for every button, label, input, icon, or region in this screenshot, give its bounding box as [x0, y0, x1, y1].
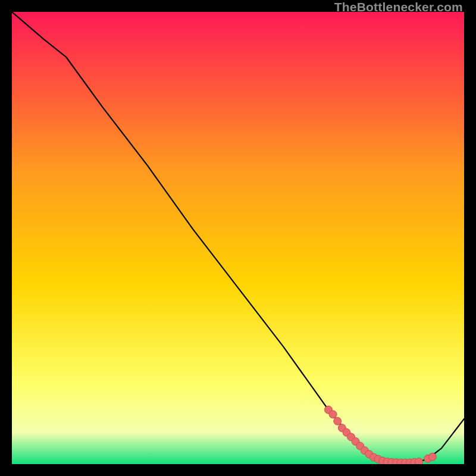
marker-point [329, 411, 337, 418]
outer-frame: TheBottlenecker.com [0, 0, 476, 476]
marker-point [334, 417, 342, 425]
attribution-label: TheBottlenecker.com [334, 0, 463, 14]
gradient-background [12, 12, 464, 464]
marker-point [428, 453, 436, 461]
chart-canvas [12, 12, 464, 464]
marker-point [415, 458, 423, 464]
